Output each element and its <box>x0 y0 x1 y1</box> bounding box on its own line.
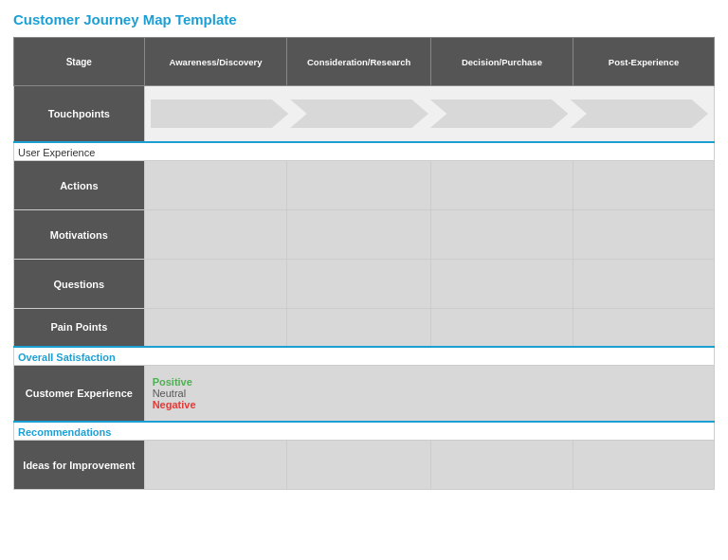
touchpoints-label: Touchpoints <box>14 86 145 143</box>
motivations-label: Motivations <box>14 210 145 260</box>
pain-points-label: Pain Points <box>14 309 145 347</box>
actions-cell-4[interactable] <box>573 161 715 210</box>
stage-header-consideration: Consideration/Research <box>287 38 430 86</box>
touchpoint-arrow-4 <box>570 99 708 128</box>
actions-cell-3[interactable] <box>430 161 573 210</box>
questions-cell-4[interactable] <box>573 260 715 309</box>
recommendations-label: Recommendations <box>18 426 111 438</box>
actions-label: Actions <box>14 161 145 210</box>
touchpoint-arrow-1 <box>151 99 289 128</box>
questions-label: Questions <box>14 260 145 309</box>
page-title: Customer Journey Map Template <box>13 11 715 27</box>
questions-cell-1[interactable] <box>144 260 287 309</box>
cx-positive-label: Positive <box>153 376 706 388</box>
actions-cell-1[interactable] <box>144 161 287 210</box>
overall-satisfaction-label: Overall Satisfaction <box>18 352 116 363</box>
customer-experience-content[interactable]: Positive Neutral Negative <box>144 365 714 422</box>
stage-header-decision: Decision/Purchase <box>430 38 573 86</box>
touchpoints-content <box>144 86 714 143</box>
customer-experience-label: Customer Experience <box>14 365 145 422</box>
ideas-cell-2[interactable] <box>287 441 430 490</box>
ideas-label: Ideas for Improvement <box>14 441 145 490</box>
pain-points-cell-4[interactable] <box>573 309 715 347</box>
pain-points-cell-1[interactable] <box>144 309 287 347</box>
touchpoint-arrow-3 <box>430 99 569 128</box>
motivations-cell-1[interactable] <box>144 210 287 260</box>
stage-header-post: Post-Experience <box>573 38 715 86</box>
stage-header-label: Stage <box>14 38 145 86</box>
questions-cell-3[interactable] <box>430 260 573 309</box>
cx-negative-label: Negative <box>153 399 706 410</box>
pain-points-cell-2[interactable] <box>287 309 430 347</box>
stage-header-awareness: Awareness/Discovery <box>144 38 287 86</box>
motivations-cell-2[interactable] <box>287 210 430 260</box>
user-experience-label: User Experience <box>18 147 95 158</box>
ideas-cell-1[interactable] <box>144 441 287 490</box>
cx-neutral-label: Neutral <box>153 388 706 399</box>
actions-cell-2[interactable] <box>287 161 430 210</box>
touchpoint-arrow-2 <box>290 99 428 128</box>
motivations-cell-3[interactable] <box>430 210 573 260</box>
ideas-cell-4[interactable] <box>573 441 715 490</box>
ideas-cell-3[interactable] <box>430 441 573 490</box>
pain-points-cell-3[interactable] <box>430 309 573 347</box>
motivations-cell-4[interactable] <box>573 210 715 260</box>
questions-cell-2[interactable] <box>287 260 430 309</box>
